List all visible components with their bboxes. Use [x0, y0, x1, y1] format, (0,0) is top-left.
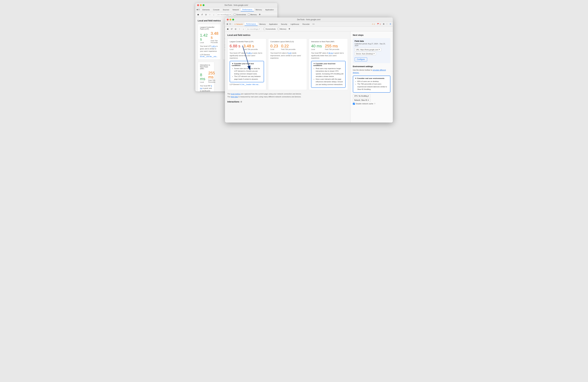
tab-application-bg[interactable]: Application [264, 8, 275, 11]
minimize-button-bg[interactable] [200, 4, 202, 6]
tab-console-bg[interactable]: Console [211, 8, 221, 11]
settings-toolbar-icon-fg[interactable]: ⚙ [288, 28, 291, 30]
record-btn-fg[interactable]: ⏺ [226, 27, 229, 31]
clear-btn-bg[interactable]: ⊘ [205, 13, 208, 16]
devtools-select-icon-fg[interactable]: ⊞ [226, 23, 229, 25]
more-tabs-btn-fg[interactable]: >> [312, 23, 315, 25]
tab-recorder-fg[interactable]: Recorder [301, 23, 311, 26]
inp-consider-title-fg: ▼ Consider your local test conditions [313, 63, 343, 66]
more-icon-fg[interactable]: ⋮ [386, 23, 388, 25]
consider-real-list-fg: 83% of users are on desktop. The 75th pe… [355, 80, 388, 91]
tabbar-fg: ⊞ ☐ ⚠ Network Performance Memory Applica… [225, 22, 393, 27]
section-title-fg: Local and field metrics [227, 34, 348, 36]
download-btn-fg[interactable]: ↓ [242, 27, 245, 31]
tab-lighthouse-fg[interactable]: Lighthouse [289, 23, 301, 26]
tab-icons-fg: ⚠ 1 🚩 2 ⚙ ⋮ ⚙ [371, 23, 391, 25]
local-metrics-link[interactable]: local metrics [231, 93, 241, 95]
tab-network-fg[interactable]: ⚠ Network [233, 22, 244, 26]
devtools-inspect-icon-fg[interactable]: ☐ [229, 23, 231, 25]
consider-real-title-fg: ▼ Consider real user environments [355, 78, 388, 79]
tab-security-bg[interactable]: Security [276, 8, 277, 11]
traffic-lights-fg [227, 19, 234, 20]
titlebar-bg: DevTools - fonts.google.com/ [195, 3, 277, 7]
upload-btn-bg[interactable]: ↑ [209, 13, 211, 16]
inp-local-val-fg: 40 ms [311, 44, 322, 48]
inp-card-fg: Interaction to Next Paint (INP) 40 ms Lo… [309, 39, 348, 90]
configure-btn-fg[interactable]: Configure [355, 57, 367, 61]
inp-title-fg: Interaction to Next Paint (INP) [311, 41, 345, 42]
network-select-row-fg: Network: Slow 4G ▾ [353, 99, 390, 102]
cache-help-icon[interactable]: ? [374, 103, 375, 105]
right-panel-fg: Next steps Field data Collection period:… [350, 31, 393, 122]
url-dropdown-fg[interactable]: URL: https://fonts.google.com/ ▾ [355, 48, 381, 51]
memory-checkbox-bg[interactable]: Memory [248, 14, 257, 16]
field-data-period-fg: Collection period: Aug 27, 2024 – Sep 23… [355, 43, 389, 46]
error-badge-fg: 🚩 2 [377, 23, 381, 25]
titlebar-fg: DevTools - fonts.google.com/ [225, 18, 393, 22]
cls-local-val-fg: 0.23 [270, 44, 278, 48]
simulate-devices-link[interactable]: simulate different devices. [353, 69, 386, 74]
inp-title-bg: Interaction to Next Paint (INP) [200, 64, 212, 70]
minimize-button-fg[interactable] [230, 19, 231, 20]
window-title-bg: DevTools - fonts.google.com/ [225, 4, 248, 6]
screenshots-checkbox-bg[interactable]: Screenshots [234, 14, 246, 16]
close-button-fg[interactable] [227, 19, 229, 20]
clear-btn-fg[interactable]: ⊘ [234, 27, 237, 31]
tab-performance-fg[interactable]: Performance [245, 22, 258, 26]
settings-toolbar-icon-bg[interactable]: ⚙ [258, 13, 261, 16]
tab-sources-bg[interactable]: Sources [221, 8, 231, 11]
cpu-dropdown-fg[interactable]: CPU: No throttling ▾ [353, 94, 371, 98]
devtools-inspect-icon[interactable]: ☐ [198, 8, 200, 11]
traffic-lights-bg [197, 4, 205, 6]
tab-application-fg[interactable]: Application [268, 23, 279, 26]
env-settings-section-fg: Environment settings Use the device tool… [353, 65, 390, 105]
upload-btn-fg[interactable]: ↑ [238, 27, 241, 31]
device-select-fg: Device: Auto (Desktop) ▾ [355, 52, 389, 55]
tab-performance-bg[interactable]: Performance [241, 8, 254, 11]
record-btn-bg[interactable]: ⏺ [197, 13, 200, 16]
maximize-button-bg[interactable] [203, 4, 205, 6]
download-btn-bg[interactable]: ↓ [212, 13, 215, 16]
lcp-title-bg: Largest Contentful Paint (LCP) [200, 26, 218, 30]
field-data-link[interactable]: field data [231, 96, 238, 98]
screenshots-checkbox-fg[interactable]: Screenshots [263, 28, 276, 30]
toolbar-bg: ⏺ ↺ ⊘ ↑ ↓ (no recordings) ▾ Screenshots … [195, 12, 277, 17]
maximize-button-fg[interactable] [232, 19, 234, 20]
tab-network-bg[interactable]: Network [231, 8, 240, 11]
inp-values-fg: 40 ms Local 255 ms Field 75th percentile [311, 44, 345, 50]
recordings-label-bg: (no recordings) ▾ [216, 13, 232, 16]
cls-field-val-fg: 0.22 [281, 44, 295, 48]
tab-elements-bg[interactable]: Elements [201, 8, 211, 11]
devtools-window-foreground: DevTools - fonts.google.com/ ⊞ ☐ ⚠ Netwo… [225, 18, 393, 122]
tab-memory-bg[interactable]: Memory [254, 8, 264, 11]
left-panel-fg: Local and field metrics Largest Contentf… [225, 31, 350, 122]
tab-security-fg[interactable]: Security [279, 23, 289, 26]
settings-icon-fg[interactable]: ⚙ [382, 23, 385, 25]
env-settings-desc-fg: Use the device toolbar to simulate diffe… [353, 69, 390, 74]
main-content-fg: Local and field metrics Largest Contentf… [225, 31, 393, 122]
memory-checkbox-fg[interactable]: Memory [277, 28, 287, 30]
lcp-card-fg: Largest Contentful Paint (LCP) 6.88 s Lo… [227, 39, 266, 90]
interactions-icon: ⊘ [240, 101, 242, 103]
lcp-desc-bg: Your local LCP 1.42 s is good, and is si… [200, 45, 218, 53]
field-data-title-fg: Field data [355, 40, 389, 42]
lcp-element-fg: LCP Element h1.tile__header--title.mai..… [230, 83, 264, 85]
network-dropdown-fg[interactable]: Network: Slow 4G ▾ [353, 99, 371, 102]
lcp-card-bg: Largest Contentful Paint (LCP) 1.42 s Lo… [198, 24, 221, 60]
lcp-consider-list-fg: Screen size can influence what the LCP e… [232, 67, 262, 80]
devtools-select-icon[interactable]: ⊞ [197, 8, 198, 11]
footer-note-fg: The local metrics are captured from the … [227, 92, 348, 98]
device-dropdown-fg[interactable]: Device: Auto (Desktop) ▾ [355, 52, 376, 55]
lcp-consider-title-fg: ▼ Consider your local test conditions [232, 63, 262, 66]
metrics-grid-fg: Largest Contentful Paint (LCP) 6.88 s Lo… [227, 39, 348, 90]
dock-settings-icon-fg[interactable]: ⚙ [389, 23, 392, 25]
inp-consider-box-fg: ▼ Consider your local test conditions Re… [311, 61, 345, 88]
reload-btn-fg[interactable]: ↺ [230, 27, 233, 31]
lcp-field-label-bg: Field 75th Percentile [211, 40, 218, 43]
close-button-bg[interactable] [197, 4, 199, 6]
inp-card-bg: Interaction to Next Paint (INP) 8 ms Loc… [198, 62, 214, 92]
tab-memory-fg[interactable]: Memory [258, 23, 267, 26]
disable-cache-checkbox-fg[interactable] [353, 103, 355, 105]
cls-title-fg: Cumulative Layout Shift (CLS) [270, 41, 305, 42]
reload-btn-bg[interactable]: ↺ [201, 13, 204, 16]
